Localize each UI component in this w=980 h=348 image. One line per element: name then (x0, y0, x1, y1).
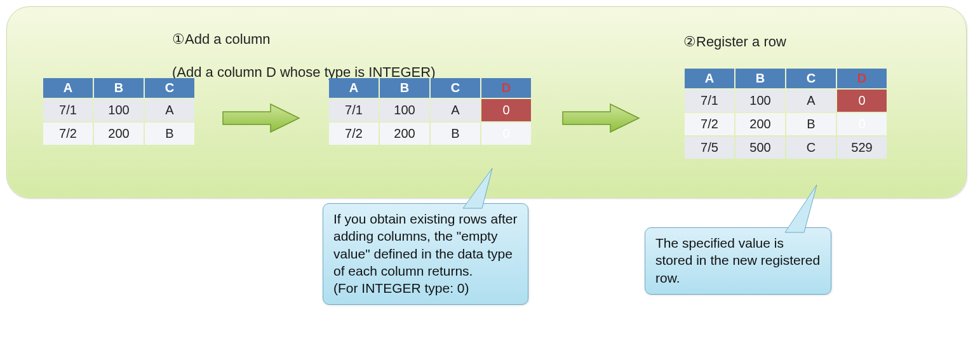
step1-title: ①Add a column (172, 31, 271, 47)
step2-title: ②Register a row (683, 34, 786, 50)
t2-h-c: C (431, 78, 480, 98)
cell: 200 (735, 113, 785, 135)
cell: B (431, 123, 480, 145)
table-row: 7/1 100 A 0 (685, 90, 887, 112)
cell: 7/5 (685, 137, 734, 159)
table-row: 7/1 100 A (43, 99, 194, 121)
table-row: 7/2 200 B 0 (329, 123, 531, 145)
t2-h-a: A (329, 78, 379, 98)
cell: 100 (380, 99, 429, 121)
cell: 7/2 (329, 123, 379, 145)
cell: A (431, 99, 480, 121)
cell: B (145, 123, 194, 145)
t1-h-a: A (43, 78, 93, 98)
table-row: 7/2 200 B (43, 123, 194, 145)
cell: 7/2 (685, 113, 734, 135)
t2-h-b: B (380, 78, 429, 98)
table-row: 7/5 500 C 529 (685, 137, 887, 159)
empty-cell: 0 (837, 113, 887, 135)
cell: 7/2 (43, 123, 93, 145)
cell: 200 (380, 123, 429, 145)
t1-h-b: B (94, 78, 144, 98)
callout-tail-icon (779, 197, 817, 204)
table-row: 7/1 100 A 0 (329, 99, 531, 121)
t2-h-d: D (481, 78, 531, 98)
arrow-icon (560, 102, 642, 134)
t3-h-a: A (685, 69, 734, 88)
empty-cell: 0 (481, 99, 531, 121)
cell: 7/1 (329, 99, 379, 121)
cell: C (786, 137, 836, 159)
t3-h-c: C (786, 69, 836, 88)
table-after-register: A B C D 7/1 100 A 0 7/2 200 B 0 7/5 500 … (683, 67, 888, 160)
table-initial: A B C 7/1 100 A 7/2 200 B (42, 77, 196, 146)
cell: 7/1 (43, 99, 93, 121)
cell: A (145, 99, 194, 121)
cell: B (786, 113, 836, 135)
cell: 500 (735, 137, 785, 159)
table-after-add: A B C D 7/1 100 A 0 7/2 200 B 0 (328, 77, 532, 146)
diagram-panel: ①Add a column (Add a column D whose type… (6, 6, 967, 198)
table-row: 7/2 200 B 0 (685, 113, 887, 135)
svg-marker-0 (223, 104, 299, 132)
t3-h-b: B (735, 69, 785, 88)
cell: 529 (837, 137, 887, 159)
svg-marker-2 (463, 168, 492, 204)
cell: A (786, 90, 836, 112)
callout-tail-icon (457, 173, 495, 204)
arrow-icon (220, 102, 302, 134)
step1-label: ①Add a column (Add a column D whose type… (172, 15, 435, 81)
cell: 100 (94, 99, 144, 121)
empty-cell: 0 (481, 123, 531, 145)
svg-marker-1 (563, 104, 639, 132)
callout-empty-value: If you obtain existing rows after adding… (323, 203, 528, 204)
cell: 200 (94, 123, 144, 145)
t3-h-d: D (837, 69, 887, 88)
empty-cell: 0 (837, 90, 887, 112)
t1-h-c: C (145, 78, 194, 98)
cell: 7/1 (685, 90, 734, 112)
step2-label: ②Register a row (683, 17, 786, 50)
cell: 100 (735, 90, 785, 112)
